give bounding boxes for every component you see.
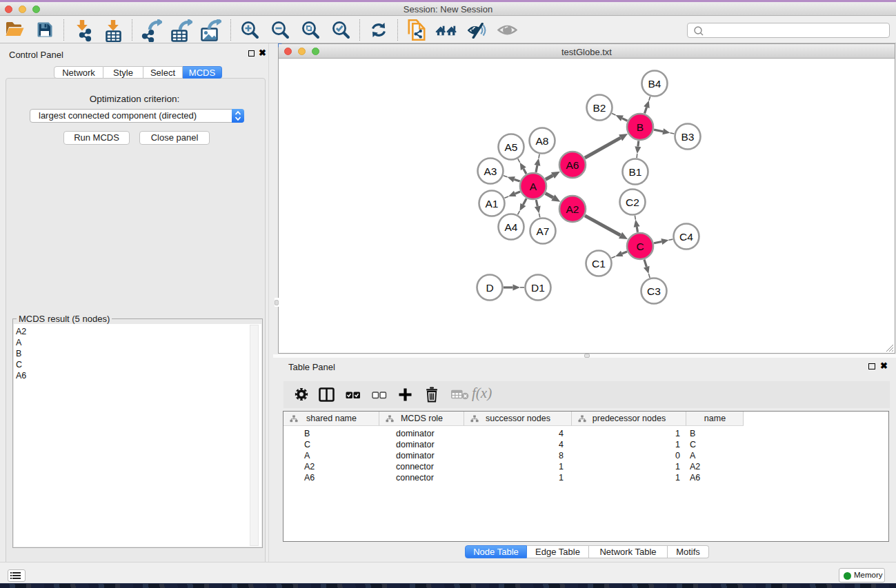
svg-text:B: B (637, 121, 644, 133)
svg-text:A7: A7 (537, 225, 550, 237)
svg-text:C3: C3 (647, 285, 661, 297)
svg-text:A4: A4 (505, 221, 518, 233)
svg-text:D1: D1 (531, 282, 545, 294)
svg-text:C1: C1 (592, 258, 606, 270)
svg-text:A3: A3 (484, 165, 497, 177)
svg-text:A6: A6 (566, 159, 579, 171)
svg-text:A: A (530, 181, 537, 192)
svg-text:D: D (486, 282, 493, 294)
svg-text:C2: C2 (626, 196, 639, 208)
svg-text:A2: A2 (566, 203, 579, 215)
svg-text:B1: B1 (629, 166, 642, 178)
svg-text:B4: B4 (648, 78, 661, 90)
svg-text:C: C (636, 241, 644, 252)
svg-text:A5: A5 (505, 141, 518, 153)
svg-text:B2: B2 (593, 102, 606, 114)
svg-text:A8: A8 (536, 135, 549, 147)
svg-text:C4: C4 (679, 231, 693, 243)
svg-text:B3: B3 (681, 131, 695, 143)
svg-text:A1: A1 (486, 198, 499, 210)
